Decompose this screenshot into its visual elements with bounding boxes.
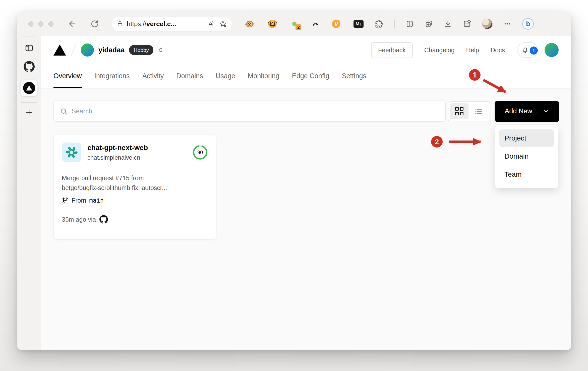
favorite-star-icon[interactable] <box>219 20 227 28</box>
browser-window: https://vercel.c... A⁾ 🐵 🤓 2 ✂ V M↓ <box>17 12 571 350</box>
dashboard-tabs: Overview Integrations Activity Domains U… <box>41 64 571 88</box>
project-domain[interactable]: chat.simplenaive.cn <box>87 154 148 161</box>
sidebar-item-vercel-active[interactable] <box>21 80 37 96</box>
tab-usage[interactable]: Usage <box>216 64 235 88</box>
tab-overview[interactable]: Overview <box>53 64 82 88</box>
tab-monitoring[interactable]: Monitoring <box>248 64 279 88</box>
add-new-button[interactable]: Add New... <box>495 101 559 122</box>
refresh-icon <box>90 19 99 28</box>
markdown-extension-icon[interactable]: M↓ <box>354 20 364 28</box>
chevron-down-icon <box>543 108 549 114</box>
project-card[interactable]: chat-gpt-next-web chat.simplenaive.cn 90 <box>53 135 216 240</box>
deploy-time: 35m ago via <box>62 216 96 223</box>
grid-view-icon <box>455 107 463 115</box>
project-titles: chat-gpt-next-web chat.simplenaive.cn <box>87 144 148 161</box>
traffic-light-close[interactable] <box>28 21 33 27</box>
vercel-page: yidadaa Hobby Feedback Changelog Help Do… <box>41 36 571 350</box>
tab-integrations[interactable]: Integrations <box>94 64 130 88</box>
vercel-logo[interactable] <box>53 44 66 56</box>
chevron-updown-icon <box>157 46 164 54</box>
dropdown-item-domain[interactable]: Domain <box>499 148 554 165</box>
link-docs[interactable]: Docs <box>491 47 505 54</box>
search-input[interactable] <box>72 107 439 115</box>
project-card-header: chat-gpt-next-web chat.simplenaive.cn 90 <box>62 143 208 162</box>
extension-count-badge: 2 <box>296 24 301 30</box>
link-changelog[interactable]: Changelog <box>424 47 455 54</box>
plan-badge: Hobby <box>129 45 153 55</box>
browser-controls: b <box>375 18 534 30</box>
edge-sidebar <box>17 36 41 350</box>
window-body: yidadaa Hobby Feedback Changelog Help Do… <box>17 36 571 350</box>
refresh-button[interactable] <box>90 19 99 28</box>
tab-edge-config[interactable]: Edge Config <box>292 64 329 88</box>
branch-name: main <box>89 197 104 204</box>
sidebar-tabs-button[interactable] <box>25 43 34 53</box>
tab-activity[interactable]: Activity <box>142 64 164 88</box>
address-bar[interactable]: https://vercel.c... A⁾ <box>112 17 232 31</box>
notification-count-badge: 1 <box>529 46 539 55</box>
vercel-tile <box>21 80 37 96</box>
search-box <box>53 101 446 122</box>
lock-icon <box>117 21 123 27</box>
add-new-dropdown: Project Domain Team <box>495 125 558 188</box>
view-toggle <box>448 101 490 121</box>
extension-row: 🐵 🤓 2 ✂ V M↓ <box>245 19 364 28</box>
workspaces-icon[interactable] <box>463 20 471 28</box>
user-avatar[interactable] <box>545 43 559 57</box>
url-scheme: https:// <box>127 20 146 28</box>
tab-domains[interactable]: Domains <box>176 64 203 88</box>
github-source-icon <box>99 215 108 224</box>
team-switcher[interactable] <box>157 46 164 54</box>
read-aloud-icon[interactable]: A⁾ <box>208 20 213 28</box>
dashboard-content: Add New... <box>41 88 571 350</box>
sidebar-item-github[interactable] <box>24 61 35 72</box>
bing-chat-icon[interactable]: b <box>522 18 534 30</box>
git-branch-icon <box>62 197 69 204</box>
annotation-step-1: 1 <box>469 69 481 81</box>
commit-message[interactable]: Merge pull request #715 from betgo/bugfi… <box>62 173 208 193</box>
list-view-button[interactable] <box>469 103 488 119</box>
notifications-button[interactable]: 1 <box>517 42 538 58</box>
traffic-light-zoom[interactable] <box>48 21 53 27</box>
vercel-app-icon <box>23 82 35 94</box>
link-help[interactable]: Help <box>466 47 479 54</box>
browser-profile-avatar[interactable] <box>482 19 493 29</box>
grid-view-button[interactable] <box>450 103 468 119</box>
collections-icon[interactable] <box>425 20 433 28</box>
avatar-extension-icon[interactable]: 🤓 <box>268 20 277 28</box>
dropdown-item-team[interactable]: Team <box>499 166 554 183</box>
more-menu-icon[interactable] <box>504 20 511 28</box>
extensions-puzzle-icon[interactable] <box>375 20 383 28</box>
openai-logo-icon <box>65 146 78 159</box>
sidebar-add-button[interactable] <box>25 108 33 116</box>
vercel-header: yidadaa Hobby Feedback Changelog Help Do… <box>41 36 571 64</box>
tab-settings[interactable]: Settings <box>342 64 366 88</box>
dot-extension-icon[interactable]: 2 <box>290 19 299 28</box>
score-ring[interactable]: 90 <box>192 144 208 160</box>
feedback-button[interactable]: Feedback <box>371 42 413 58</box>
v-extension-icon[interactable]: V <box>332 20 340 28</box>
desktop: https://vercel.c... A⁾ 🐵 🤓 2 ✂ V M↓ <box>0 0 588 371</box>
team-name: yidadaa <box>98 46 125 54</box>
search-icon <box>60 108 68 115</box>
browser-toolbar: https://vercel.c... A⁾ 🐵 🤓 2 ✂ V M↓ <box>17 12 571 36</box>
branch-row: From main <box>62 197 208 204</box>
url-host: vercel.c... <box>146 20 176 28</box>
window-tabs-icon <box>25 43 34 53</box>
toolbar-divider <box>394 20 395 28</box>
list-view-icon <box>474 107 483 116</box>
split-screen-icon[interactable] <box>406 20 414 28</box>
dropdown-item-project[interactable]: Project <box>499 129 554 147</box>
project-logo-tile <box>62 143 81 162</box>
tampermonkey-icon[interactable]: 🐵 <box>245 20 255 28</box>
back-button[interactable] <box>68 19 77 28</box>
scissors-extension-icon[interactable]: ✂ <box>312 20 319 28</box>
header-right: Feedback Changelog Help Docs 1 <box>371 42 559 58</box>
downloads-icon[interactable] <box>444 20 452 28</box>
plus-icon <box>25 108 33 116</box>
controls-row: Add New... <box>53 101 559 122</box>
traffic-light-minimize[interactable] <box>38 21 43 27</box>
add-new-label: Add New... <box>505 107 538 115</box>
commit-line-1: Merge pull request #715 from <box>62 173 208 183</box>
commit-line-2: betgo/bugfix-scrollthumb fix: autoscr... <box>62 183 208 193</box>
